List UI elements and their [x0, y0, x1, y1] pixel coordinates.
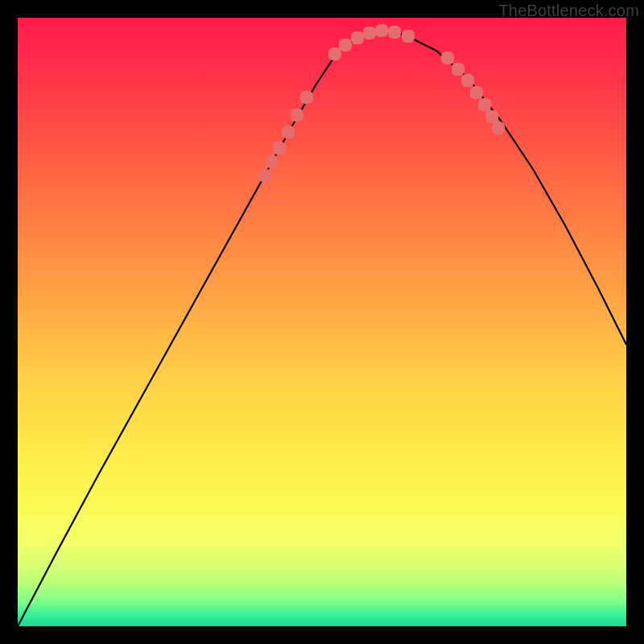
marker-dot [470, 86, 483, 99]
bottleneck-curve [18, 31, 626, 626]
marker-dot [452, 63, 464, 76]
marker-dot [282, 126, 295, 138]
marker-dot [328, 47, 341, 60]
highlighted-points [258, 24, 505, 182]
chart-svg [18, 18, 626, 626]
chart-plot-area [18, 18, 626, 626]
marker-dot [339, 39, 352, 52]
marker-dot [351, 31, 364, 44]
marker-dot [300, 91, 313, 104]
marker-dot [273, 142, 286, 155]
watermark-text: TheBottleneck.com [498, 2, 639, 20]
marker-dot [258, 169, 271, 182]
marker-dot [266, 155, 279, 168]
marker-dot [492, 122, 505, 134]
marker-dot [291, 109, 303, 122]
marker-dot [402, 30, 415, 43]
marker-dot [441, 52, 454, 64]
marker-dot [375, 24, 388, 37]
marker-dot [388, 26, 401, 39]
marker-dot [363, 27, 376, 39]
marker-dot [461, 74, 474, 87]
marker-dot [485, 110, 498, 123]
marker-dot [478, 98, 491, 111]
